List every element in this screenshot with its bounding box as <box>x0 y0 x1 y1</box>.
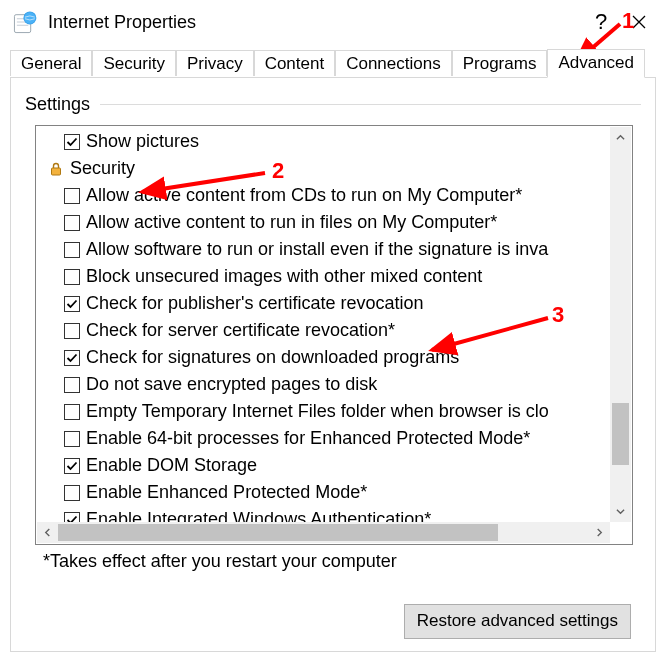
horizontal-scrollbar[interactable] <box>37 522 610 543</box>
settings-item[interactable]: Allow software to run or install even if… <box>40 236 610 263</box>
internet-options-icon <box>12 9 38 35</box>
advanced-panel: Settings Show picturesSecurityAllow acti… <box>10 77 656 652</box>
settings-item-label: Show pictures <box>86 131 199 152</box>
scroll-right-arrow-icon[interactable] <box>589 522 610 543</box>
tab-general[interactable]: General <box>10 50 92 78</box>
settings-item-label: Check for publisher's certificate revoca… <box>86 293 424 314</box>
vertical-scroll-thumb[interactable] <box>612 403 629 465</box>
settings-item-label: Enable DOM Storage <box>86 455 257 476</box>
settings-item[interactable]: Check for signatures on downloaded progr… <box>40 344 610 371</box>
tab-connections[interactable]: Connections <box>335 50 452 78</box>
settings-item[interactable]: Block unsecured images with other mixed … <box>40 263 610 290</box>
checkbox[interactable] <box>64 404 80 420</box>
settings-item-label: Check for server certificate revocation* <box>86 320 395 341</box>
scroll-down-arrow-icon[interactable] <box>610 501 631 522</box>
settings-item-label: Enable Enhanced Protected Mode* <box>86 482 367 503</box>
tab-security[interactable]: Security <box>92 50 175 78</box>
settings-item[interactable]: Allow active content from CDs to run on … <box>40 182 610 209</box>
vertical-scrollbar[interactable] <box>610 127 631 522</box>
settings-item[interactable]: Check for server certificate revocation* <box>40 317 610 344</box>
checkbox[interactable] <box>64 377 80 393</box>
vertical-scroll-track[interactable] <box>610 148 631 501</box>
settings-item-label: Do not save encrypted pages to disk <box>86 374 377 395</box>
settings-category: Security <box>40 155 610 182</box>
settings-item[interactable]: Allow active content to run in files on … <box>40 209 610 236</box>
close-button[interactable] <box>620 7 658 37</box>
settings-item[interactable]: Enable DOM Storage <box>40 452 610 479</box>
tab-advanced[interactable]: Advanced <box>547 49 645 78</box>
checkbox[interactable] <box>64 485 80 501</box>
checkbox[interactable] <box>64 296 80 312</box>
restart-note: *Takes effect after you restart your com… <box>43 551 641 572</box>
horizontal-scroll-track[interactable] <box>58 522 589 543</box>
checkbox[interactable] <box>64 215 80 231</box>
scroll-left-arrow-icon[interactable] <box>37 522 58 543</box>
settings-item-label: Allow active content to run in files on … <box>86 212 497 233</box>
checkbox[interactable] <box>64 242 80 258</box>
settings-item[interactable]: Empty Temporary Internet Files folder wh… <box>40 398 610 425</box>
tabstrip: GeneralSecurityPrivacyContentConnections… <box>0 44 666 77</box>
settings-item-label: Enable Integrated Windows Authentication… <box>86 509 431 522</box>
checkbox[interactable] <box>64 431 80 447</box>
checkbox[interactable] <box>64 458 80 474</box>
tab-privacy[interactable]: Privacy <box>176 50 254 78</box>
svg-rect-5 <box>52 168 61 175</box>
checkbox[interactable] <box>64 512 80 523</box>
settings-item[interactable]: Enable 64-bit processes for Enhanced Pro… <box>40 425 610 452</box>
settings-item[interactable]: Enable Enhanced Protected Mode* <box>40 479 610 506</box>
settings-category-label: Security <box>70 158 135 179</box>
settings-treeview[interactable]: Show picturesSecurityAllow active conten… <box>35 125 633 545</box>
divider <box>100 104 641 105</box>
window-title: Internet Properties <box>48 12 196 33</box>
settings-item-label: Block unsecured images with other mixed … <box>86 266 482 287</box>
settings-group-header: Settings <box>25 94 641 115</box>
help-button[interactable]: ? <box>582 7 620 37</box>
settings-item[interactable]: Do not save encrypted pages to disk <box>40 371 610 398</box>
checkbox[interactable] <box>64 188 80 204</box>
checkbox[interactable] <box>64 134 80 150</box>
checkbox[interactable] <box>64 323 80 339</box>
settings-item[interactable]: Check for publisher's certificate revoca… <box>40 290 610 317</box>
settings-item-label: Allow software to run or install even if… <box>86 239 548 260</box>
lock-icon <box>48 161 64 177</box>
settings-item-label: Empty Temporary Internet Files folder wh… <box>86 401 549 422</box>
horizontal-scroll-thumb[interactable] <box>58 524 498 541</box>
tab-content[interactable]: Content <box>254 50 336 78</box>
settings-item[interactable]: Show pictures <box>40 128 610 155</box>
scroll-up-arrow-icon[interactable] <box>610 127 631 148</box>
settings-item-label: Check for signatures on downloaded progr… <box>86 347 459 368</box>
settings-item-label: Allow active content from CDs to run on … <box>86 185 522 206</box>
titlebar: Internet Properties ? <box>0 0 666 44</box>
settings-group-label: Settings <box>25 94 90 115</box>
checkbox[interactable] <box>64 269 80 285</box>
settings-item-label: Enable 64-bit processes for Enhanced Pro… <box>86 428 530 449</box>
checkbox[interactable] <box>64 350 80 366</box>
restore-advanced-settings-button[interactable]: Restore advanced settings <box>404 604 631 639</box>
tab-programs[interactable]: Programs <box>452 50 548 78</box>
settings-item[interactable]: Enable Integrated Windows Authentication… <box>40 506 610 522</box>
